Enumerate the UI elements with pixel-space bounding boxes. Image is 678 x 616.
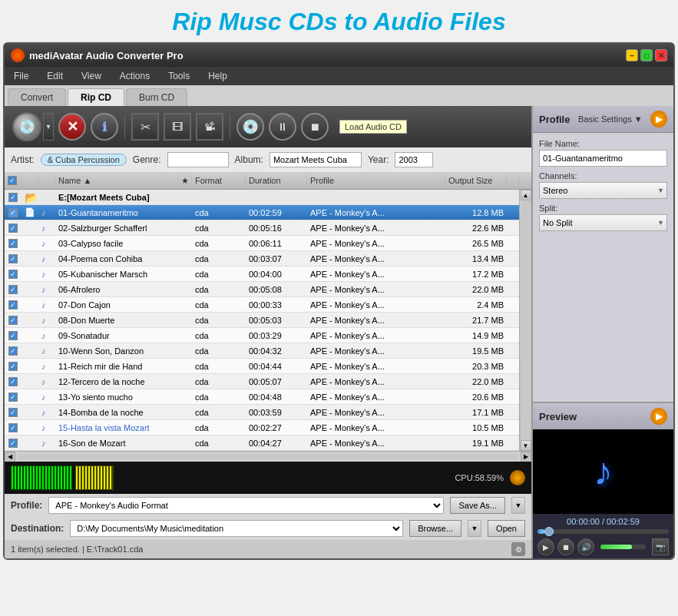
minimize-button[interactable]: – <box>626 49 638 61</box>
stop-button[interactable]: ⏹ <box>301 113 329 141</box>
save-as-button[interactable]: Save As... <box>450 497 505 514</box>
preview-section: Preview ▶ ♪ 00:00:00 / 00:02:59 ▶ ⏹ 🔊 <box>533 402 673 558</box>
table-row[interactable]: ✓ ♪ 05-Kubanischer Marsch cda 00:04:00 A… <box>5 267 519 282</box>
seek-thumb[interactable] <box>544 527 554 536</box>
split-group: Split: No Split ▼ <box>539 204 667 231</box>
th-format[interactable]: Format <box>192 174 246 187</box>
maximize-button[interactable]: □ <box>640 49 653 61</box>
volume-bar[interactable] <box>600 545 646 549</box>
scroll-down[interactable]: ▼ <box>521 440 531 451</box>
table-row[interactable]: ✓ ♪ 14-Bomba de la noche cda 00:03:59 AP… <box>5 405 519 420</box>
row-checkbox[interactable]: ✓ <box>8 224 18 233</box>
volume-button[interactable]: 🔊 <box>577 538 594 555</box>
menu-edit[interactable]: Edit <box>44 69 66 83</box>
pause-button[interactable]: ⏸ <box>269 113 296 141</box>
stop-preview-button[interactable]: ⏹ <box>557 538 574 555</box>
row-checkbox[interactable]: ✓ <box>8 377 18 386</box>
film-button2[interactable]: 📽 <box>196 113 223 141</box>
table-row[interactable]: ✓ ♪ 15-Hasta la vista Mozart cda 00:02:2… <box>5 420 519 436</box>
row-checkbox[interactable]: ✓ <box>8 270 18 279</box>
album-input[interactable] <box>270 152 362 167</box>
open-button[interactable]: Open <box>488 520 525 537</box>
file-name-input[interactable] <box>539 150 667 167</box>
scroll-right[interactable]: ▶ <box>521 452 531 462</box>
rip-button[interactable]: 💿 <box>236 113 264 141</box>
year-input[interactable] <box>395 152 433 167</box>
settings-icon[interactable]: ⚙ <box>511 542 525 556</box>
table-row[interactable]: ✓ ♪ 08-Don Muerte cda 00:05:03 APE - Mon… <box>5 313 519 328</box>
table-row[interactable]: ✓ ♪ 06-Afrolero cda 00:05:08 APE - Monke… <box>5 282 519 297</box>
info-button[interactable]: ℹ <box>91 113 118 141</box>
artist-tag[interactable]: & Cuba Percussion <box>41 154 127 166</box>
table-row[interactable]: ✓ ♪ 16-Son de Mozart cda 00:04:27 APE - … <box>5 436 519 451</box>
destination-select[interactable]: D:\My Documents\My Music\meditation <box>70 520 403 537</box>
row-checkbox[interactable]: ✓ <box>8 346 18 356</box>
th-profile[interactable]: Profile <box>307 174 445 187</box>
split-select[interactable]: No Split <box>539 214 667 231</box>
table-row[interactable]: ✓ ♪ 07-Don Cajon cda 00:00:33 APE - Monk… <box>5 297 519 313</box>
tab-burn-cd[interactable]: Burn CD <box>126 88 187 106</box>
row-checkbox[interactable]: ✓ <box>8 331 18 340</box>
channels-label: Channels: <box>539 171 667 180</box>
row-checkbox[interactable]: ✓ <box>8 362 18 371</box>
table-row[interactable]: ✓ 📄 ♪ 01-Guantanameritmo cda 00:02:59 AP… <box>5 205 519 220</box>
row-checkbox[interactable]: ✓ <box>8 392 18 402</box>
seek-bar[interactable] <box>537 529 669 534</box>
th-name[interactable]: Name ▲ <box>55 174 178 187</box>
row-checkbox[interactable]: ✓ <box>8 408 18 417</box>
scrollbar[interactable]: ▲ ▼ <box>519 190 531 451</box>
cd-dropdown-arrow[interactable]: ▼ <box>43 113 54 141</box>
menu-tools[interactable]: Tools <box>165 69 193 83</box>
snapshot-button[interactable]: 📷 <box>652 538 669 555</box>
th-scroll <box>507 174 519 187</box>
scroll-left[interactable]: ◀ <box>5 452 15 462</box>
row-checkbox[interactable]: ✓ <box>8 439 18 448</box>
row-checkbox[interactable]: ✓ <box>8 254 18 263</box>
genre-input[interactable] <box>167 152 229 167</box>
row-checkbox[interactable]: ✓ <box>8 208 18 217</box>
menu-help[interactable]: Help <box>205 69 230 83</box>
menu-bar: File Edit View Actions Tools Help <box>5 67 673 85</box>
film-button1[interactable]: 🎞 <box>164 113 191 141</box>
tab-convert[interactable]: Convert <box>8 88 66 106</box>
load-cd-button[interactable]: 💿 <box>12 112 41 141</box>
tab-rip-cd[interactable]: Rip CD <box>68 88 124 106</box>
browse-button[interactable]: Browse... <box>409 520 461 537</box>
close-button[interactable]: ✕ <box>655 49 667 61</box>
menu-actions[interactable]: Actions <box>117 69 153 83</box>
row-checkbox[interactable]: ✓ <box>8 316 18 325</box>
table-row[interactable]: ✓ ♪ 13-Yo siento mucho cda 00:04:48 APE … <box>5 389 519 405</box>
table-row[interactable]: ✓ ♪ 10-Wenn Son, Danzon cda 00:04:32 APE… <box>5 343 519 359</box>
row-checkbox[interactable]: ✓ <box>8 239 18 248</box>
delete-button[interactable]: ✕ <box>58 113 86 141</box>
row-checkbox[interactable]: ✓ <box>8 423 18 432</box>
row-checkbox[interactable]: ✓ <box>8 285 18 294</box>
profile-select[interactable]: APE - Monkey's Audio Format <box>48 497 444 514</box>
table-row[interactable]: ✓ ♪ 02-Salzburger Schafferl cda 00:05:16… <box>5 220 519 236</box>
folder-checkbox[interactable]: ✓ <box>8 193 18 202</box>
th-duration[interactable]: Duration <box>246 174 307 187</box>
menu-view[interactable]: View <box>78 69 104 83</box>
basic-settings-button[interactable]: Basic Settings ▼ <box>578 114 643 124</box>
menu-file[interactable]: File <box>11 69 31 83</box>
table-row[interactable]: ✓ ♪ 11-Reich mir die Hand cda 00:04:44 A… <box>5 359 519 374</box>
profile-dropdown[interactable]: ▼ <box>511 497 525 514</box>
th-size[interactable]: Output Size <box>445 174 507 187</box>
play-button[interactable]: ▶ <box>537 538 554 555</box>
preview-expand-button[interactable]: ▶ <box>650 408 667 425</box>
table-row[interactable]: ✓ ♪ 09-Sonatadur cda 00:03:29 APE - Monk… <box>5 328 519 343</box>
file-list[interactable]: ✓ 📂 E:[Mozart Meets Cuba] ✓ 📄 ♪ 01-Guant… <box>5 190 519 451</box>
horizontal-scrollbar[interactable]: ◀ ▶ <box>5 451 531 462</box>
folder-row[interactable]: ✓ 📂 E:[Mozart Meets Cuba] <box>5 190 519 205</box>
channels-select[interactable]: Stereo <box>539 182 667 199</box>
profile-expand-button[interactable]: ▶ <box>650 111 667 128</box>
year-label: Year: <box>368 154 389 165</box>
table-row[interactable]: ✓ ♪ 04-Poema con Cohiba cda 00:03:07 APE… <box>5 251 519 267</box>
select-all-checkbox[interactable]: ✓ <box>8 176 17 185</box>
clip-button[interactable]: ✂ <box>131 113 159 141</box>
table-row[interactable]: ✓ ♪ 12-Tercero de la noche cda 00:05:07 … <box>5 374 519 389</box>
destination-dropdown[interactable]: ▼ <box>468 520 481 537</box>
row-checkbox[interactable]: ✓ <box>8 300 18 310</box>
scroll-up[interactable]: ▲ <box>521 190 531 200</box>
table-row[interactable]: ✓ ♪ 03-Calypso facile cda 00:06:11 APE -… <box>5 236 519 251</box>
